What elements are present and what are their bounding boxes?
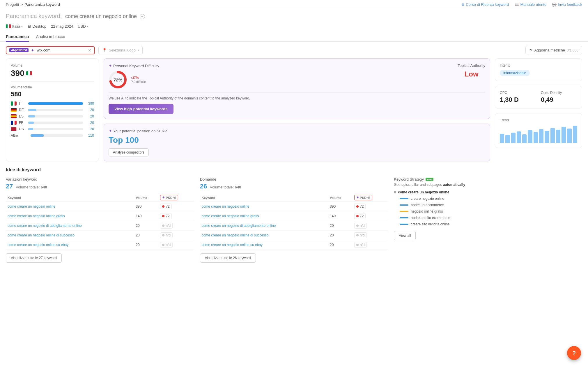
manuale-link[interactable]: Manuale utente: [515, 2, 547, 7]
trend-bar: [500, 134, 504, 143]
de-bar-fill: [28, 109, 36, 111]
strategy-view-all-button[interactable]: View all: [394, 231, 416, 240]
list-item: aprire un ecommerce: [400, 203, 582, 207]
density-value: 0,49: [541, 96, 577, 104]
volume-cell: 140: [328, 211, 353, 221]
trend-bar: [556, 130, 560, 143]
volume-label: Volume: [11, 63, 94, 67]
date-indicator: 22 mag 2024: [51, 24, 73, 28]
keyword-link[interactable]: come creare un negozio online su ebay: [202, 243, 263, 247]
view-high-potential-button[interactable]: View high-potential keywords: [109, 104, 173, 114]
domande-vol: Volume totale: 640: [210, 185, 241, 189]
main-content: Volume 390 Volume totale 580 IT 390 DE: [0, 58, 588, 167]
intent-card: Intento Informazionale: [495, 58, 582, 81]
pkd-spark-icon: ✦: [162, 196, 165, 199]
keyword-link[interactable]: come creare un negozio online di success…: [202, 233, 269, 237]
currency-chevron: ▾: [87, 25, 88, 28]
ideas-title: Idee di keyword: [6, 167, 582, 172]
variations-title: Variazioni keyword: [6, 177, 194, 181]
variations-count: 27: [6, 183, 13, 190]
pkd-gray-dot: [356, 234, 359, 236]
pkd-sub: Più difficile: [131, 80, 146, 83]
corso-link[interactable]: Corso di Ricerca keyword: [461, 2, 509, 7]
update-metrics-button[interactable]: ↻ Aggiorna metriche 0/1.000: [525, 46, 582, 54]
table-row: come creare un negozio online gratis1407…: [6, 211, 194, 221]
pkd-value: 72: [360, 204, 364, 209]
table-row: come creare un negozio online su ebay20n…: [200, 240, 388, 250]
trend-bar: [534, 132, 538, 143]
variations-col: Variazioni keyword 27 Volume totale: 640…: [6, 177, 194, 263]
ai-badge: AI-powered: [9, 48, 29, 52]
pkd-gray-dot: [162, 244, 164, 246]
volume-cell: 140: [134, 211, 158, 221]
tab-analisi[interactable]: Analisi in blocco: [36, 32, 65, 42]
table-row: come creare un negozio online gratis1407…: [200, 211, 388, 221]
close-search-icon[interactable]: ✕: [88, 48, 91, 53]
volume-cell: 390: [328, 202, 353, 211]
new-badge: new: [426, 178, 434, 181]
domande-table: Keyword Volume ✦ PKD % come creare un ne…: [200, 194, 388, 250]
keyword-link[interactable]: come creare un negozio online gratis: [8, 214, 65, 218]
total-volume-label: Volume totale: [11, 85, 94, 89]
pkd-value: n/d: [360, 243, 365, 247]
table-row: come creare un negozio di abbigliamento …: [6, 221, 194, 231]
list-item: aprire un sito ecommerce: [400, 216, 582, 220]
variations-table: Keyword Volume ✦ PKD % come creare un ne…: [6, 194, 194, 250]
currency-selector[interactable]: USD ▾: [78, 24, 88, 28]
ideas-grid: Variazioni keyword 27 Volume totale: 640…: [6, 177, 582, 263]
trend-bars: [500, 126, 577, 143]
update-count: 0/1.000: [567, 48, 578, 52]
volume-cell: 20: [328, 231, 353, 240]
domain-input[interactable]: [37, 48, 86, 52]
pkd-card: ✦ Personal Keyword Difficulty 72% ↑: [104, 58, 490, 119]
pkd-cell: 72: [158, 211, 194, 221]
keyword-link[interactable]: come creare un negozio di abbigliamento …: [202, 224, 276, 228]
pkd-description: We use AI to indicate the Topical Author…: [109, 92, 485, 100]
top-navigation: Progetti > Panoramica keyword Corso di R…: [0, 0, 588, 9]
breadcrumb: Progetti > Panoramica keyword: [6, 2, 60, 7]
location-selector[interactable]: 📍 Seleziona luogo ▾: [98, 46, 143, 54]
keyword-link[interactable]: come creare un negozio online su ebay: [8, 243, 68, 247]
child-nodes: creare negozio onlineaprire un ecommerce…: [400, 197, 582, 226]
domande-title: Domande: [200, 177, 388, 181]
keyword-link[interactable]: come creare un negozio online: [202, 204, 249, 209]
wix-icon: ✦: [31, 48, 34, 53]
density-section: Com. Density 0,49: [541, 91, 577, 104]
table-row: come creare un negozio online di success…: [200, 231, 388, 240]
root-label: come creare un negozio online: [398, 190, 449, 194]
trend-bar: [562, 127, 566, 143]
breadcrumb-home-link[interactable]: Progetti: [6, 2, 19, 7]
dom-col-volume-header: Volume: [328, 194, 353, 202]
analyze-competitors-button[interactable]: Analyze competitors: [109, 148, 149, 156]
altro-bar-fill: [31, 134, 44, 137]
volume-cell: 20: [328, 221, 353, 231]
pkd-gray-dot: [356, 225, 359, 227]
strategy-col: Keyword Strategy new Get topics, pillar …: [394, 177, 582, 263]
it-bar-fill: [28, 102, 83, 105]
altro-bar: [31, 134, 83, 137]
topical-authority-section: Topical Authority Low: [458, 63, 485, 78]
col-keyword-header: Keyword: [6, 194, 134, 202]
pkd-value: n/d: [166, 233, 171, 237]
pkd-value: n/d: [166, 224, 171, 228]
trend-bar: [522, 134, 527, 143]
add-keyword-icon[interactable]: +: [140, 14, 145, 19]
pkd-value: 72: [166, 214, 169, 218]
feedback-link[interactable]: Invia feedback: [552, 2, 582, 7]
keyword-link[interactable]: come creare un negozio online gratis: [202, 214, 259, 218]
keyword-link[interactable]: come creare un negozio online: [8, 204, 55, 209]
country-list: IT 390 DE 20 ES: [11, 101, 94, 138]
locale-selector[interactable]: Italia ▾: [6, 24, 23, 28]
keyword-link[interactable]: come creare un negozio di abbigliamento …: [8, 224, 82, 228]
table-row: come creare un negozio di abbigliamento …: [200, 221, 388, 231]
pkd-gray-dot: [162, 234, 164, 236]
tab-panoramica[interactable]: Panoramica: [6, 32, 29, 42]
es-bar-fill: [28, 115, 35, 117]
volume-cell: 20: [134, 221, 158, 231]
keyword-link[interactable]: come creare un negozio online di success…: [8, 233, 75, 237]
view-all-domande-button[interactable]: Visualizza tutte le 26 keyword: [200, 253, 256, 263]
root-node: come creare un negozio online: [394, 190, 582, 194]
view-all-variations-button[interactable]: Visualizza tutte le 27 keyword: [6, 253, 62, 263]
pkd-value: 72: [360, 214, 364, 218]
country-row-de: DE 20: [11, 108, 94, 112]
